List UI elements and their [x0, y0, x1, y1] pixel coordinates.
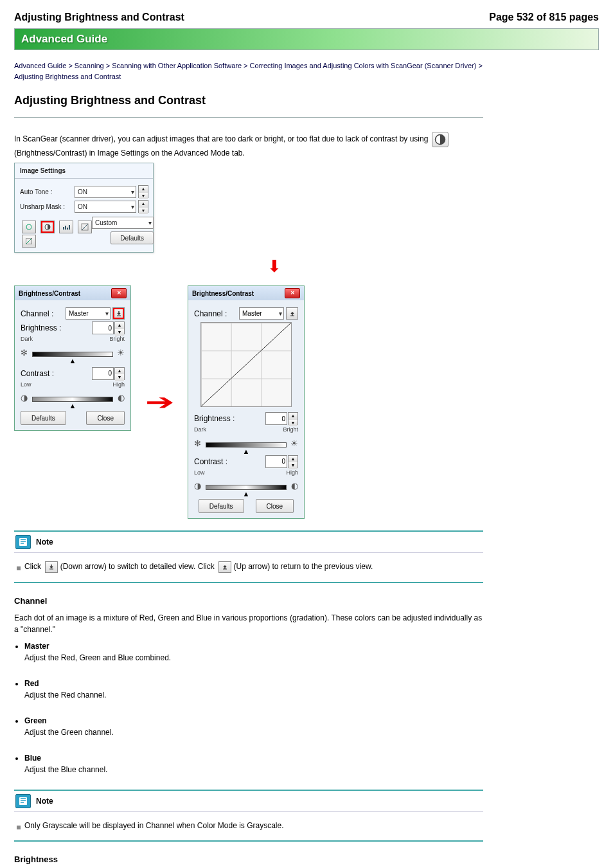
brightness-slider-2[interactable]: ✻☀▲	[194, 437, 298, 449]
contrast-slider-2[interactable]: ◑◐▲	[194, 480, 298, 491]
histogram-tool-icon[interactable]	[59, 221, 73, 233]
brightness-contrast-dialog-simple: Brightness/Contrast ✕ Channel : Master B…	[14, 285, 131, 431]
brightness-contrast-tool-icon[interactable]	[40, 221, 55, 233]
contrast-slider[interactable]: ◑◐▲	[21, 392, 125, 403]
dialog-title-2: Brightness/Contrast	[192, 289, 254, 298]
up-arrow-icon	[218, 561, 231, 573]
red-arrow-down-icon: ⬇	[66, 254, 483, 279]
brightness-spinner-2[interactable]: ▲▼	[265, 412, 298, 425]
svg-line-5	[201, 323, 291, 406]
image-settings-panel: Image Settings Auto Tone : ON ▲▼ Unsharp…	[14, 163, 154, 253]
collapse-view-button[interactable]	[286, 307, 298, 320]
dialog-defaults-button-2[interactable]: Defaults	[199, 499, 244, 513]
brightness-spinner[interactable]: ▲▼	[92, 321, 125, 334]
red-arrow-right-icon: ➔	[145, 386, 174, 419]
note1-text: Click (Down arrow) to switch to detailed…	[24, 561, 373, 573]
channel-section-title: Channel	[14, 595, 483, 608]
tone-curve-tool-icon[interactable]	[78, 221, 92, 233]
contrast-label: Contrast :	[21, 368, 54, 379]
tone-graph	[200, 322, 292, 407]
contrast-spinner[interactable]: ▲▼	[92, 367, 125, 380]
saturation-tool-icon[interactable]	[22, 221, 36, 233]
brightness-contrast-dialog-detailed: Brightness/Contrast ✕ Channel : Master	[188, 285, 305, 519]
channel-select[interactable]: Master	[66, 307, 111, 320]
brightness-label: Brightness :	[21, 322, 61, 334]
dialog-close-button-4[interactable]: Close	[256, 499, 294, 513]
auto-tone-label: Auto Tone :	[20, 187, 75, 197]
breadcrumb: Advanced Guide > Scanning > Scanning wit…	[14, 60, 483, 82]
expand-view-button[interactable]	[112, 307, 125, 320]
note-icon	[15, 794, 31, 808]
note-heading-2: Note	[36, 795, 53, 807]
list-item: BlueAdjust the Blue channel.	[24, 752, 483, 775]
page-title: Adjusting Brightness and Contrast	[14, 92, 483, 109]
brightness-contrast-icon	[432, 132, 449, 147]
image-settings-title: Image Settings	[15, 163, 153, 179]
dialog-title: Brightness/Contrast	[19, 289, 80, 298]
list-item: RedAdjust the Red channel.	[24, 678, 483, 701]
dialog-defaults-button[interactable]: Defaults	[21, 411, 66, 425]
channel-label-2: Channel :	[194, 308, 227, 320]
brightness-section-title: Brightness	[14, 853, 483, 866]
bullet-icon	[17, 826, 21, 829]
final-review-tool-icon[interactable]	[22, 235, 36, 248]
dialog-close-button-3[interactable]: ✕	[285, 288, 300, 298]
auto-tone-select[interactable]: ON	[75, 186, 136, 198]
unsharp-select[interactable]: ON	[75, 201, 136, 213]
brightness-label-2: Brightness :	[194, 413, 235, 424]
channel-label: Channel :	[21, 308, 53, 320]
channel-section-desc: Each dot of an image is a mixture of Red…	[14, 612, 483, 635]
svg-point-1	[26, 224, 31, 230]
guide-banner-text: Advanced Guide	[21, 33, 107, 46]
note-box-1: Note Click (Down arrow) to switch to det…	[14, 530, 483, 583]
note2-text: Only Grayscale will be displayed in Chan…	[24, 820, 284, 831]
dialog-close-button-2[interactable]: Close	[86, 411, 125, 425]
channel-list: MasterAdjust the Red, Green and Blue com…	[24, 640, 483, 775]
contrast-label-2: Contrast :	[194, 456, 227, 467]
bullet-icon	[17, 566, 21, 570]
brightness-slider[interactable]: ✻☀▲	[21, 347, 125, 358]
note-box-2: Note Only Grayscale will be displayed in…	[14, 790, 483, 842]
guide-banner: Advanced Guide	[14, 28, 599, 50]
unsharp-label: Unsharp Mask :	[20, 202, 75, 212]
image-settings-defaults-button[interactable]: Defaults	[111, 231, 154, 244]
down-arrow-icon	[45, 561, 58, 573]
note-icon	[15, 535, 31, 549]
list-item: GreenAdjust the Green channel.	[24, 715, 483, 738]
list-item: MasterAdjust the Red, Green and Blue com…	[24, 640, 483, 664]
intro-text: In ScanGear (scanner driver), you can ad…	[14, 132, 483, 159]
custom-select[interactable]: Custom	[92, 217, 154, 229]
dialog-close-button[interactable]: ✕	[111, 288, 127, 298]
note-heading: Note	[36, 536, 53, 548]
contrast-spinner-2[interactable]: ▲▼	[265, 455, 298, 468]
page-number: Page 532 of 815 pages	[489, 12, 599, 23]
doc-title: Adjusting Brightness and Contrast	[14, 12, 184, 23]
channel-select-2[interactable]: Master	[239, 307, 284, 320]
